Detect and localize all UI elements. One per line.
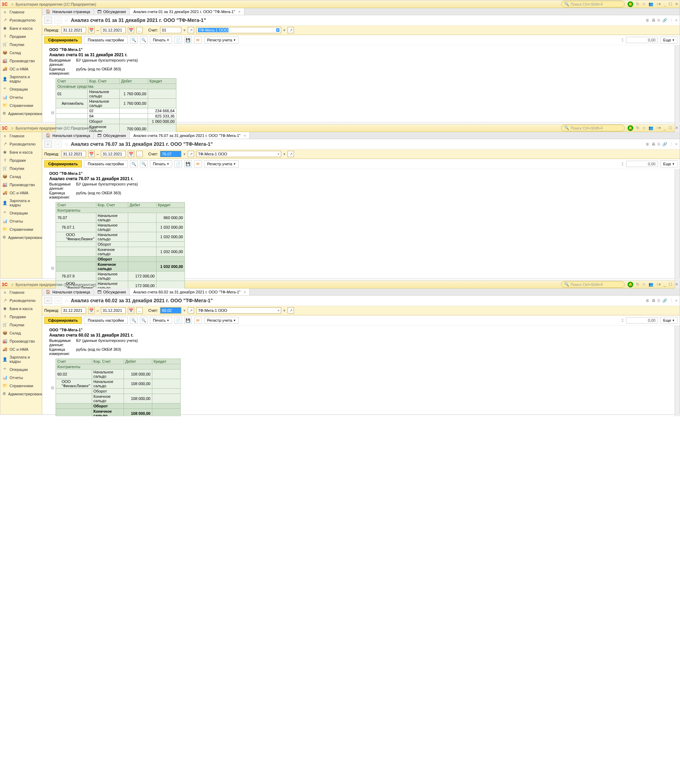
close-page-icon[interactable]: × bbox=[675, 142, 677, 146]
tab-home[interactable]: 🏠 Начальная страница bbox=[42, 8, 94, 15]
menu-1[interactable]: ↗Руководителю bbox=[0, 296, 42, 305]
save-icon[interactable]: 🗎 bbox=[645, 142, 650, 146]
export-icon[interactable]: ⎘ bbox=[658, 299, 660, 303]
preview-icon[interactable]: 📄 bbox=[174, 160, 182, 167]
star-icon[interactable]: ☆ bbox=[642, 2, 645, 6]
menu-0[interactable]: ≡Главное bbox=[0, 289, 42, 296]
menu-4[interactable]: 🛒Покупки bbox=[0, 321, 42, 329]
org-dd-icon[interactable]: ▾ bbox=[283, 28, 285, 33]
menu-11[interactable]: 📁Справочники bbox=[0, 225, 42, 233]
menu-7[interactable]: 🚚ОС и НМА bbox=[0, 189, 42, 197]
sigma-icon[interactable]: Σ bbox=[622, 318, 624, 322]
mail-icon[interactable]: ✉ bbox=[194, 160, 202, 167]
date-to-input[interactable] bbox=[101, 27, 126, 33]
close-icon[interactable]: ✕ bbox=[675, 2, 678, 6]
history-icon[interactable]: ↻ bbox=[636, 282, 639, 287]
menu-5[interactable]: 📦Склад bbox=[0, 329, 42, 337]
bell-icon[interactable]: 🔔 bbox=[628, 2, 633, 7]
disk-icon[interactable]: 💾 bbox=[184, 317, 192, 324]
org-open-icon[interactable]: ↗ bbox=[288, 307, 294, 314]
menu-9[interactable]: ᵈᶜОперации bbox=[0, 209, 42, 217]
menu-12[interactable]: ⚙Администрирование bbox=[0, 233, 42, 241]
maximize-icon[interactable]: ☐ bbox=[669, 2, 672, 6]
filter-icon[interactable]: 🔍 bbox=[140, 317, 148, 324]
print-icon[interactable]: 🖶 bbox=[652, 18, 656, 23]
tab-report[interactable]: Анализ счета 60.02 за 31 декабря 2021 г.… bbox=[130, 289, 250, 295]
search-input[interactable]: 🔍Поиск Ctrl+Shift+F bbox=[561, 1, 625, 8]
menu-4[interactable]: 🛒Покупки bbox=[0, 40, 42, 49]
back-button[interactable]: ← bbox=[44, 17, 52, 24]
sigma-icon[interactable]: Σ bbox=[622, 162, 624, 166]
back-button[interactable]: ← bbox=[44, 140, 52, 148]
menu-2[interactable]: ◉Банк и касса bbox=[0, 24, 42, 32]
menu-5[interactable]: 📦Склад bbox=[0, 49, 42, 57]
user-icon[interactable]: 👥 bbox=[649, 126, 653, 130]
link-icon[interactable]: 🔗 bbox=[662, 18, 667, 23]
find-icon[interactable]: 🔍 bbox=[130, 36, 138, 44]
acc-dd-icon[interactable]: ▾ bbox=[183, 308, 186, 313]
tab-close-icon[interactable]: × bbox=[244, 134, 246, 138]
find-icon[interactable]: 🔍 bbox=[130, 317, 138, 324]
org-select[interactable]: ТФ-Мега-1 ООО▾ bbox=[196, 27, 281, 33]
preview-icon[interactable]: 📄 bbox=[174, 36, 182, 44]
close-icon[interactable]: ✕ bbox=[675, 282, 678, 287]
menu-6[interactable]: 🏭Производство bbox=[0, 57, 42, 65]
maximize-icon[interactable]: ☐ bbox=[669, 126, 672, 130]
show-settings-button[interactable]: Показать настройки bbox=[84, 317, 128, 324]
menu-3[interactable]: ⇧Продажи bbox=[0, 156, 42, 164]
menu-10[interactable]: 📊Отчеты bbox=[0, 93, 42, 101]
menu-11[interactable]: 📁Справочники bbox=[0, 382, 42, 390]
history-icon[interactable]: ↻ bbox=[636, 2, 639, 6]
preview-icon[interactable]: 📄 bbox=[174, 317, 182, 324]
period-picker-icon[interactable]: ... bbox=[136, 307, 143, 314]
search-input[interactable]: 🔍Поиск Ctrl+Shift+F bbox=[561, 281, 625, 288]
menu-5[interactable]: 📦Склад bbox=[0, 172, 42, 181]
sigma-icon[interactable]: Σ bbox=[622, 38, 624, 42]
menu-8[interactable]: 👤Зарплата и кадры bbox=[0, 73, 42, 85]
history-icon[interactable]: ↻ bbox=[636, 126, 639, 130]
more-icon[interactable]: ⋮ bbox=[669, 142, 673, 146]
menu-icon[interactable]: ≡ bbox=[11, 126, 13, 130]
register-button[interactable]: Регистр учета ▾ bbox=[204, 160, 239, 167]
close-page-icon[interactable]: × bbox=[675, 18, 677, 23]
generate-button[interactable]: Сформировать bbox=[44, 317, 82, 324]
settings-icon[interactable]: ○▾ bbox=[656, 2, 661, 6]
more-button[interactable]: Еще ▾ bbox=[660, 160, 677, 167]
tab-discuss[interactable]: 🗔 Обсуждения bbox=[94, 132, 130, 139]
more-icon[interactable]: ⋮ bbox=[669, 299, 673, 303]
org-open-icon[interactable]: ↗ bbox=[288, 151, 294, 157]
cal-to-icon[interactable]: 📅 bbox=[128, 151, 134, 157]
menu-2[interactable]: ◉Банк и касса bbox=[0, 148, 42, 156]
menu-icon[interactable]: ≡ bbox=[11, 283, 13, 287]
menu-12[interactable]: ⚙Администрирование bbox=[0, 109, 42, 118]
tab-discuss[interactable]: 🗔 Обсуждения bbox=[94, 8, 130, 15]
cal-to-icon[interactable]: 📅 bbox=[128, 27, 134, 33]
more-button[interactable]: Еще ▾ bbox=[660, 317, 677, 324]
org-select[interactable]: ТФ-Мега-1 ООО▾ bbox=[196, 307, 281, 314]
star-icon[interactable]: ☆ bbox=[642, 282, 645, 287]
print-icon[interactable]: 🖶 bbox=[652, 142, 656, 146]
show-settings-button[interactable]: Показать настройки bbox=[84, 160, 128, 167]
show-settings-button[interactable]: Показать настройки bbox=[84, 36, 128, 44]
print-button[interactable]: Печать ▾ bbox=[150, 317, 172, 324]
link-icon[interactable]: 🔗 bbox=[662, 299, 667, 303]
menu-10[interactable]: 📊Отчеты bbox=[0, 374, 42, 382]
menu-3[interactable]: ⇧Продажи bbox=[0, 313, 42, 321]
period-picker-icon[interactable]: ... bbox=[136, 151, 143, 157]
settings-icon[interactable]: ○▾ bbox=[656, 282, 661, 287]
user-icon[interactable]: 👥 bbox=[649, 282, 653, 287]
generate-button[interactable]: Сформировать bbox=[44, 160, 82, 167]
menu-1[interactable]: ↗Руководителю bbox=[0, 16, 42, 24]
minimize-icon[interactable]: _ bbox=[664, 283, 666, 287]
print-button[interactable]: Печать ▾ bbox=[150, 160, 172, 167]
save-icon[interactable]: 🗎 bbox=[645, 18, 650, 23]
settings-icon[interactable]: ○▾ bbox=[656, 126, 661, 130]
cal-from-icon[interactable]: 📅 bbox=[88, 151, 94, 157]
acc-open-icon[interactable]: ↗ bbox=[188, 151, 194, 157]
acc-dd-icon[interactable]: ▾ bbox=[183, 152, 186, 156]
bell-icon[interactable]: 🔔 bbox=[628, 282, 633, 288]
export-icon[interactable]: ⎘ bbox=[658, 142, 660, 146]
forward-button[interactable]: → bbox=[54, 140, 62, 148]
date-to-input[interactable] bbox=[101, 307, 126, 314]
date-from-input[interactable] bbox=[61, 151, 86, 157]
